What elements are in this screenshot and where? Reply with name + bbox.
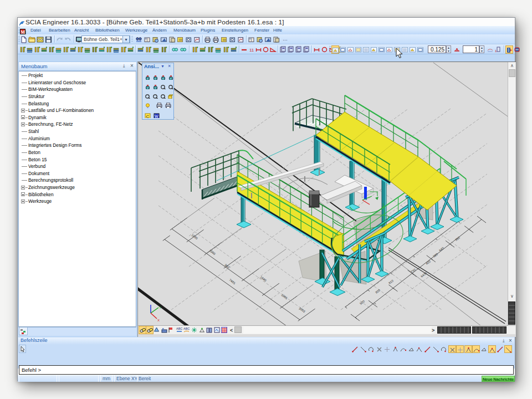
svg-text:11: 11	[249, 48, 254, 53]
svg-text:Y: Y	[159, 306, 161, 309]
svg-text:C: C	[146, 114, 150, 119]
svg-text:W: W	[155, 114, 159, 119]
svg-text:X: X	[157, 319, 160, 322]
svg-text:1.: 1.	[495, 49, 498, 53]
svg-text:ABC: ABC	[183, 327, 190, 330]
svg-text:ABC: ABC	[176, 327, 182, 330]
